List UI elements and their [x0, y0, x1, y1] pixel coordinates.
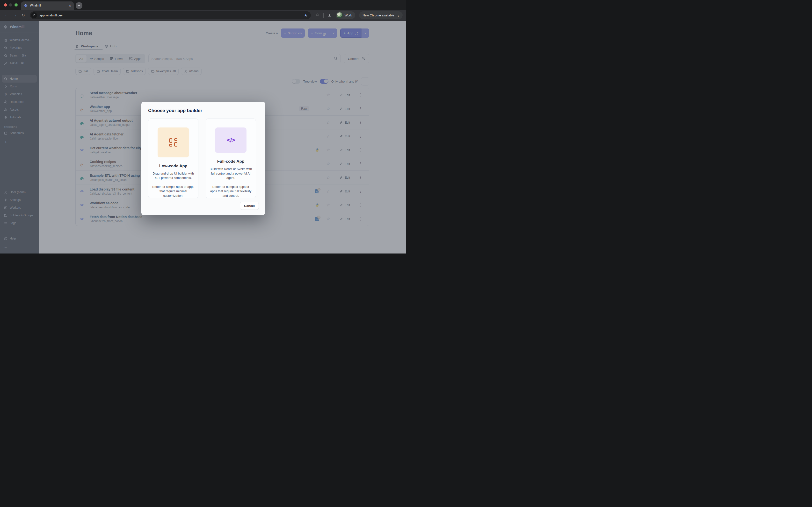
- chrome-update-button[interactable]: New Chrome available ⋮: [359, 11, 403, 19]
- windmill-favicon: [24, 4, 28, 7]
- browser-toolbar: ← → ↻ app.windmill.dev ★ Work New Chrome…: [0, 10, 406, 21]
- card-body-1: Build with React or Svelte with full con…: [209, 167, 252, 180]
- tab-title: Windmill: [30, 4, 66, 7]
- downloads-icon[interactable]: [326, 13, 333, 17]
- full-code-app-card[interactable]: </> Full-code App Build with React or Sv…: [206, 119, 256, 198]
- chrome-menu-icon[interactable]: ⋮: [397, 13, 400, 17]
- app-builder-modal: Choose your app builder Low-code App Dra…: [141, 102, 265, 215]
- card-body-1: Drag-and-drop UI builder with 60+ powerf…: [152, 171, 195, 180]
- profile-button[interactable]: Work: [336, 11, 355, 19]
- profile-label: Work: [345, 13, 352, 17]
- forward-icon[interactable]: →: [12, 12, 18, 18]
- url-text: app.windmill.dev: [39, 13, 302, 17]
- card-body-2: Better for simple apps or apps that requ…: [152, 185, 195, 198]
- full-code-app-tile: </>: [215, 127, 247, 153]
- avatar: [337, 12, 343, 18]
- card-heading: Low-code App: [159, 164, 187, 169]
- site-settings-icon[interactable]: [31, 12, 37, 18]
- cancel-button[interactable]: Cancel: [240, 202, 259, 210]
- extensions-icon[interactable]: [314, 13, 320, 17]
- bookmark-star-icon[interactable]: ★: [304, 13, 307, 18]
- low-code-app-tile: [158, 127, 189, 157]
- close-window-button[interactable]: [4, 3, 7, 6]
- zoom-window-button[interactable]: [14, 3, 18, 6]
- browser-tab[interactable]: Windmill ✕: [21, 1, 74, 10]
- minimize-window-button[interactable]: [9, 3, 12, 6]
- new-tab-button[interactable]: +: [75, 2, 83, 9]
- page-viewport: Windmill windmill-demo-... Favorites Sea…: [0, 21, 406, 253]
- back-icon[interactable]: ←: [3, 12, 10, 18]
- app-grid-icon: [169, 138, 177, 147]
- card-body-2: Better for complex apps or apps that req…: [209, 185, 252, 198]
- browser-tabstrip: Windmill ✕ +: [0, 0, 406, 10]
- reload-icon[interactable]: ↻: [20, 12, 27, 18]
- code-icon: </>: [227, 136, 235, 144]
- window-controls[interactable]: [0, 0, 21, 10]
- chrome-update-label: New Chrome available: [362, 13, 394, 17]
- card-heading: Full-code App: [217, 159, 245, 164]
- tab-close-icon[interactable]: ✕: [69, 4, 71, 7]
- modal-title: Choose your app builder: [148, 108, 258, 113]
- address-bar[interactable]: app.windmill.dev ★: [30, 11, 311, 19]
- low-code-app-card[interactable]: Low-code App Drag-and-drop UI builder wi…: [148, 119, 198, 198]
- builder-cards: Low-code App Drag-and-drop UI builder wi…: [148, 119, 258, 198]
- screen: Windmill ✕ + ← → ↻ app.windmill.dev ★ Wo…: [0, 0, 406, 253]
